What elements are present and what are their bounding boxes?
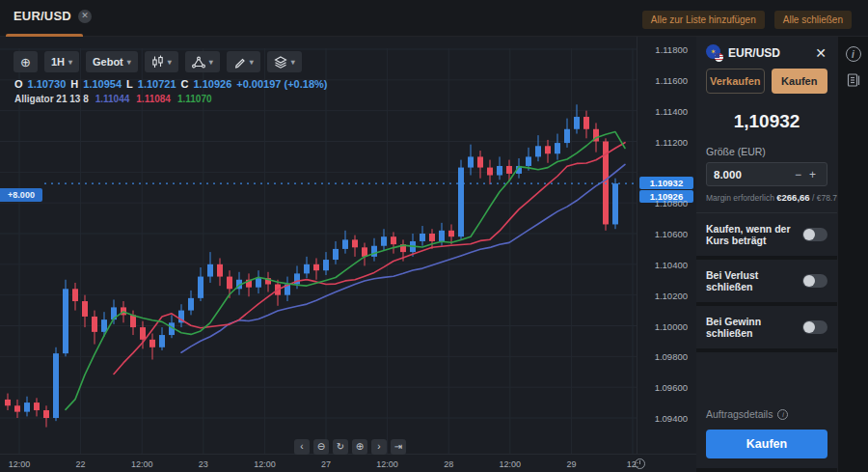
size-input[interactable] (714, 169, 791, 180)
close-at-profit-label: Bei Gewinn schließen (706, 316, 802, 339)
price-axis[interactable]: 1.10932 1.10926 1.118001.116001.114001.1… (637, 37, 696, 454)
layers-dropdown[interactable]: ▾ (267, 51, 302, 72)
chevron-down-icon: ▾ (127, 58, 131, 67)
candle-body (92, 317, 97, 332)
price-axis-label: 1.10200 (655, 291, 688, 301)
price-axis-label: 1.11800 (655, 44, 688, 55)
candle-body (342, 239, 348, 249)
chart-type-dropdown[interactable]: ▾ (145, 51, 178, 72)
order-details[interactable]: Auftragsdetails i (706, 408, 827, 420)
price-axis-label: 1.09400 (655, 413, 688, 424)
buy-if-price-toggle[interactable] (802, 228, 827, 241)
close-value: 1.10926 (194, 78, 232, 90)
candlestick-icon (151, 55, 164, 69)
candle-body (159, 335, 165, 347)
panel-header: ✶ EUR/USD ✕ (696, 37, 837, 67)
tab-eurusd[interactable]: EUR/USD ✕ (14, 9, 92, 23)
size-label: Größe (EUR) (696, 144, 837, 162)
buy-if-price-label: Kaufen, wenn der Kurs beträgt (706, 223, 802, 246)
candle-body (14, 405, 20, 411)
candle-body (497, 166, 502, 176)
candle-body (429, 234, 435, 241)
indicators-dropdown[interactable]: ▾ (185, 51, 220, 72)
close-at-profit-row: Bei Gewinn schließen (696, 306, 837, 348)
add-all-to-list-button[interactable]: Alle zur Liste hinzufügen (642, 11, 765, 29)
right-icon-strip: i (837, 37, 868, 472)
alligator-teeth-line (114, 143, 625, 375)
candle-body (526, 156, 531, 166)
price-axis-label: 1.11400 (655, 106, 688, 117)
tab-close-icon[interactable]: ✕ (78, 10, 92, 23)
pan-left-button[interactable]: ‹ (294, 439, 310, 455)
chevron-down-icon: ▾ (209, 58, 213, 67)
trading-app: EUR/USD ✕ Alle zur Liste hinzufügen Alle… (0, 0, 868, 472)
margin-info: Margin erforderlich €266,66 / €78.755,88 (696, 186, 837, 212)
crosshair-add-button[interactable]: ⊕ (14, 51, 38, 72)
candle-body (227, 277, 232, 290)
panel-bottom: Auftragsdetails i Kaufen (696, 352, 837, 468)
tab-label: EUR/USD (14, 9, 71, 23)
candle-body (352, 239, 358, 247)
drawing-tools-dropdown[interactable]: ▾ (227, 51, 260, 72)
candlestick-chart[interactable] (0, 48, 637, 454)
close-label: C (181, 78, 189, 90)
alligator-teeth-value: 1.11084 (136, 94, 171, 104)
candle-body (304, 264, 310, 274)
close-at-loss-label: Bei Verlust schließen (706, 269, 802, 292)
candle-body (612, 183, 618, 224)
candle-body (477, 156, 483, 167)
size-decrease-button[interactable]: − (791, 168, 805, 181)
alligator-lips-value: 1.11070 (177, 94, 212, 104)
chevron-down-icon: ▾ (168, 58, 172, 67)
crosshair-icon: ⊕ (20, 55, 31, 69)
close-at-profit-toggle[interactable] (802, 320, 827, 334)
candle-body (24, 403, 30, 412)
ohlc-readout: O1.10730 H1.10954 L1.10721 C1.10926 +0.0… (14, 78, 327, 90)
reset-view-button[interactable]: ↻ (333, 439, 348, 455)
buy-tab-button[interactable]: Kaufen (772, 69, 828, 94)
pan-right-button[interactable]: › (371, 439, 387, 455)
price-type-dropdown[interactable]: Gebot ▾ (86, 51, 138, 72)
order-size-badge[interactable]: +8.000 (0, 188, 42, 202)
zoom-in-button[interactable]: ⊕ (352, 439, 367, 455)
price-axis-label: 1.11200 (655, 137, 688, 148)
candle-body (82, 301, 88, 317)
go-to-end-button[interactable]: ⇥ (391, 439, 406, 455)
low-label: L (126, 78, 133, 90)
panel-pair-label: EUR/USD (728, 46, 808, 60)
close-all-button[interactable]: Alle schließen (774, 11, 852, 29)
panel-close-button[interactable]: ✕ (814, 46, 827, 60)
candle-body (130, 315, 136, 327)
info-icon[interactable]: i (846, 46, 861, 62)
price-axis-label: 1.10000 (655, 321, 688, 332)
candle-body (535, 146, 541, 156)
time-axis[interactable]: 12:002212:002312:002712:002812:002912: (0, 454, 696, 472)
candle-body (545, 146, 551, 153)
sell-tab-button[interactable]: Verkaufen (706, 69, 765, 94)
price-axis-label: 1.10600 (655, 229, 688, 239)
zoom-out-button[interactable]: ⊖ (313, 439, 329, 455)
candle-body (371, 246, 377, 257)
order-card: ✶ EUR/USD ✕ Verkaufen Kaufen 1,10932 Grö… (696, 37, 837, 256)
chart-nav-controls: ‹ ⊖ ↻ ⊕ › ⇥ (294, 439, 406, 455)
candle-body (506, 166, 512, 174)
chart-area[interactable]: 1.10932 1.10926 1.118001.116001.114001.1… (0, 37, 696, 472)
pencil-icon (233, 56, 246, 69)
timeframe-dropdown[interactable]: 1H ▾ (44, 51, 79, 72)
price-axis-label: 1.09600 (655, 382, 688, 393)
journal-icon[interactable] (845, 71, 862, 89)
close-at-loss-toggle[interactable] (802, 274, 827, 288)
candle-body (198, 277, 203, 298)
time-axis-label: 28 (444, 459, 453, 469)
margin-label: Margin erforderlich (706, 193, 774, 203)
time-axis-label: 27 (321, 459, 331, 469)
alligator-jaw-value: 1.11044 (95, 94, 130, 104)
chevron-down-icon: ▾ (250, 58, 254, 67)
size-increase-button[interactable]: + (805, 168, 820, 181)
chart-toolbar: ⊕ 1H ▾ Gebot ▾ ▾ (14, 51, 302, 72)
alligator-lips-line (66, 132, 625, 410)
buy-cta-button[interactable]: Kaufen (706, 430, 827, 458)
candle-body (217, 264, 223, 277)
price-axis-label: 1.09800 (655, 351, 688, 362)
chevron-down-icon: ▾ (291, 58, 295, 67)
